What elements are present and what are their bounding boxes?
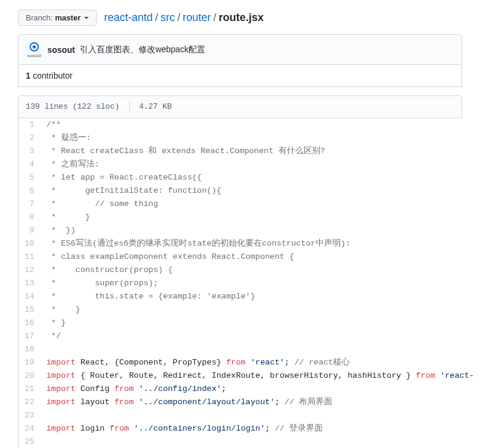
line-number[interactable]: 23 — [19, 409, 41, 422]
line-number[interactable]: 8 — [19, 211, 41, 224]
line-number[interactable]: 2 — [19, 132, 41, 145]
breadcrumb-sep: / — [211, 11, 219, 23]
code-row: 7 * // some thing — [19, 198, 481, 211]
line-number[interactable]: 19 — [19, 356, 41, 369]
line-number[interactable]: 11 — [19, 250, 41, 264]
breadcrumb-link-src[interactable]: src — [161, 11, 175, 23]
avatar-icon — [28, 41, 40, 53]
code-line[interactable]: import login from '../containers/login/l… — [40, 422, 480, 435]
code-row: 10 * ES6写法(通过es6类的继承实现时state的初始化要在constr… — [19, 237, 481, 250]
breadcrumb-sep: / — [153, 11, 161, 23]
code-row: 5 * let app = React.createClass({ — [19, 171, 481, 184]
line-number[interactable]: 13 — [19, 277, 41, 290]
code-line[interactable]: * constructor(props) { — [40, 264, 480, 277]
avatar[interactable]: sosout — [26, 41, 43, 58]
code-row: 1/** — [19, 118, 481, 132]
code-row: 17 */ — [19, 330, 481, 343]
svg-point-1 — [32, 45, 35, 48]
code-line[interactable] — [40, 343, 480, 356]
code-row: 16 * } — [19, 316, 481, 330]
line-number[interactable]: 12 — [19, 264, 41, 277]
file-size: 4.27 KB — [139, 102, 172, 111]
code-row: 21import Config from '../config/index'; — [19, 383, 481, 396]
code-row: 3 * React createClass 和 extends React.Co… — [19, 145, 481, 158]
code-line[interactable]: * React createClass 和 extends React.Comp… — [40, 145, 480, 158]
code-row: 9 * }) — [19, 224, 481, 237]
breadcrumb: react-antd/src/router/route.jsx — [104, 11, 263, 24]
commit-author[interactable]: sosout — [47, 45, 75, 55]
line-number[interactable]: 16 — [19, 316, 41, 330]
line-number[interactable]: 22 — [19, 396, 41, 409]
commit-box: sosout sosout 引入百度图表、修改webpack配置 — [18, 34, 462, 65]
avatar-label: sosout — [27, 53, 41, 58]
code-row: 18 — [19, 343, 481, 356]
branch-value: master — [55, 13, 81, 22]
line-number[interactable]: 14 — [19, 290, 41, 303]
file-lines: 139 lines (122 sloc) — [26, 102, 119, 111]
line-number[interactable]: 10 — [19, 237, 41, 250]
code-line[interactable]: * ES6写法(通过es6类的继承实现时state的初始化要在construct… — [40, 237, 480, 250]
code-line[interactable]: * 疑惑一: — [40, 132, 480, 145]
caret-down-icon — [84, 17, 89, 19]
line-number[interactable]: 18 — [19, 343, 41, 356]
line-number[interactable]: 5 — [19, 171, 41, 184]
branch-select-button[interactable]: Branch: master — [18, 10, 97, 26]
code-line[interactable]: * getInitialState: function(){ — [40, 184, 480, 198]
line-number[interactable]: 7 — [19, 198, 41, 211]
code-line[interactable]: * // some thing — [40, 198, 480, 211]
code-table: 1/**2 * 疑惑一:3 * React createClass 和 exte… — [18, 118, 480, 448]
code-line[interactable]: * 之前写法: — [40, 158, 480, 171]
code-line[interactable]: * class exampleComponent extends React.C… — [40, 250, 480, 264]
code-line[interactable]: import { Router, Route, Redirect, IndexR… — [40, 369, 480, 383]
code-line[interactable]: * } — [40, 316, 480, 330]
line-number[interactable]: 3 — [19, 145, 41, 158]
code-line[interactable] — [40, 435, 480, 448]
code-row: 23 — [19, 409, 481, 422]
divider — [129, 102, 130, 112]
file-header: Branch: master react-antd/src/router/rou… — [18, 10, 462, 26]
code-row: 22import layout from '../component/layou… — [19, 396, 481, 409]
code-row: 15 * } — [19, 303, 481, 316]
code-line[interactable]: * this.state = {example: 'example'} — [40, 290, 480, 303]
code-row: 2 * 疑惑一: — [19, 132, 481, 145]
code-line[interactable]: * let app = React.createClass({ — [40, 171, 480, 184]
code-line[interactable] — [40, 409, 480, 422]
code-row: 6 * getInitialState: function(){ — [19, 184, 481, 198]
code-line[interactable]: * } — [40, 211, 480, 224]
breadcrumb-repo-link[interactable]: react-antd — [104, 11, 152, 23]
breadcrumb-link-router[interactable]: router — [183, 11, 211, 23]
code-line[interactable]: * } — [40, 303, 480, 316]
line-number[interactable]: 17 — [19, 330, 41, 343]
code-line[interactable]: * }) — [40, 224, 480, 237]
code-row: 8 * } — [19, 211, 481, 224]
code-line[interactable]: */ — [40, 330, 480, 343]
code-row: 20import { Router, Route, Redirect, Inde… — [19, 369, 481, 383]
breadcrumb-current: route.jsx — [219, 11, 264, 23]
code-row: 24import login from '../containers/login… — [19, 422, 481, 435]
code-line[interactable]: import Config from '../config/index'; — [40, 383, 480, 396]
line-number[interactable]: 4 — [19, 158, 41, 171]
contributors-count: 1 — [26, 71, 31, 80]
code-row: 14 * this.state = {example: 'example'} — [19, 290, 481, 303]
line-number[interactable]: 6 — [19, 184, 41, 198]
breadcrumb-sep: / — [175, 11, 183, 23]
code-line[interactable]: /** — [40, 118, 480, 132]
contributors-box: 1 contributor — [18, 65, 462, 87]
branch-label: Branch: — [26, 13, 53, 22]
line-number[interactable]: 25 — [19, 435, 41, 448]
line-number[interactable]: 1 — [19, 118, 41, 132]
code-row: 19import React, {Component, PropTypes} f… — [19, 356, 481, 369]
code-line[interactable]: * super(props); — [40, 277, 480, 290]
line-number[interactable]: 9 — [19, 224, 41, 237]
code-row: 12 * constructor(props) { — [19, 264, 481, 277]
code-row: 25 — [19, 435, 481, 448]
commit-message[interactable]: 引入百度图表、修改webpack配置 — [80, 44, 205, 55]
line-number[interactable]: 24 — [19, 422, 41, 435]
code-row: 13 * super(props); — [19, 277, 481, 290]
code-line[interactable]: import React, {Component, PropTypes} fro… — [40, 356, 480, 369]
line-number[interactable]: 20 — [19, 369, 41, 383]
code-row: 11 * class exampleComponent extends Reac… — [19, 250, 481, 264]
code-line[interactable]: import layout from '../component/layout/… — [40, 396, 480, 409]
line-number[interactable]: 15 — [19, 303, 41, 316]
line-number[interactable]: 21 — [19, 383, 41, 396]
